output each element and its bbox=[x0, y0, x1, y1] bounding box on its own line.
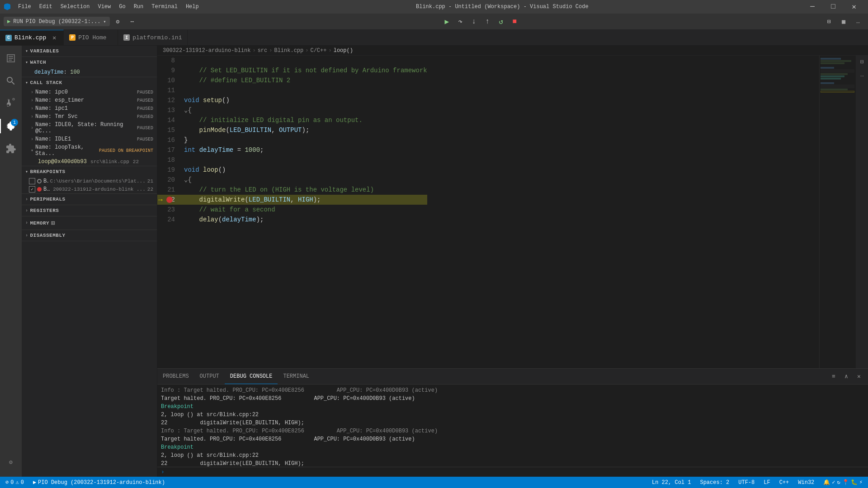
bc-src[interactable]: src bbox=[258, 47, 268, 54]
more-button[interactable]: ⋯ bbox=[126, 15, 139, 28]
call-stack-item[interactable]: ▾Name: loopTask, Sta...PAUSED ON BREAKPO… bbox=[22, 143, 157, 158]
status-language[interactable]: C++ bbox=[778, 479, 791, 486]
code-cell[interactable] bbox=[182, 85, 427, 95]
peripherals-header[interactable]: › PERIPHERALS bbox=[22, 194, 157, 205]
code-cell[interactable]: pinMode(LED_BUILTIN, OUTPUT); bbox=[182, 125, 427, 135]
code-lines-area[interactable]: 89 // Set LED_BUILTIN if it is not defin… bbox=[157, 56, 819, 368]
call-stack-header[interactable]: ▾ CALL STACK bbox=[22, 77, 157, 88]
split-right-button[interactable]: ⊟ bbox=[856, 56, 868, 68]
status-line-col[interactable]: Ln 22, Col 1 bbox=[650, 479, 693, 486]
terminal-input[interactable] bbox=[166, 469, 864, 475]
menu-go[interactable]: Go bbox=[115, 2, 129, 12]
code-cell[interactable]: // #define LED_BUILTIN 2 bbox=[182, 75, 427, 85]
more-actions-button[interactable]: … bbox=[852, 15, 864, 28]
more-editor-button[interactable]: … bbox=[856, 68, 868, 81]
disassembly-label: DISASSEMBLY bbox=[30, 233, 66, 238]
tab-output[interactable]: OUTPUT bbox=[194, 369, 225, 384]
menu-view[interactable]: View bbox=[94, 2, 114, 12]
tab-problems[interactable]: PROBLEMS bbox=[157, 369, 194, 384]
status-icons-right[interactable]: 🔔 ✓ ↻ 📍 🐛 ⚡ bbox=[821, 479, 864, 486]
code-cell[interactable]: // Set LED_BUILTIN if it is not defined … bbox=[182, 66, 427, 75]
menu-help[interactable]: Help bbox=[182, 2, 203, 12]
status-encoding[interactable]: UTF-8 bbox=[736, 479, 756, 486]
menu-terminal[interactable]: Terminal bbox=[148, 2, 181, 12]
restart-button[interactable]: ↺ bbox=[495, 15, 507, 28]
settings-button[interactable]: ⚙ bbox=[112, 15, 124, 28]
watch-header[interactable]: ▾ WATCH bbox=[22, 57, 157, 68]
explorer-icon[interactable] bbox=[0, 47, 22, 69]
code-cell[interactable]: } bbox=[182, 135, 427, 145]
code-cell[interactable]: // wait for a second bbox=[182, 205, 427, 215]
menu-run[interactable]: Run bbox=[130, 2, 147, 12]
stop-button[interactable]: ■ bbox=[508, 15, 521, 28]
code-cell[interactable]: int delayTime = 1000; bbox=[182, 145, 427, 155]
memory-section: › MEMORY ⊞ bbox=[22, 216, 157, 230]
step-into-button[interactable]: ↓ bbox=[467, 15, 480, 28]
split-editor-button[interactable]: ⊟ bbox=[823, 15, 835, 28]
breakpoint-item[interactable]: Blink.cpp C:\Users\Brian\Documents\Plat.… bbox=[22, 177, 157, 185]
tab-close-blink[interactable]: ✕ bbox=[51, 34, 58, 42]
code-cell[interactable]: void loop() bbox=[182, 165, 427, 175]
step-out-button[interactable]: ↑ bbox=[481, 15, 494, 28]
menu-selection[interactable]: Selection bbox=[57, 2, 94, 12]
continue-button[interactable]: ▶ bbox=[440, 15, 453, 28]
code-cell[interactable]: delay(delayTime); bbox=[182, 215, 427, 225]
bc-file[interactable]: Blink.cpp bbox=[274, 47, 303, 54]
bp-checkbox[interactable] bbox=[29, 178, 35, 184]
bp-dot-icon bbox=[37, 179, 42, 183]
call-stack-item[interactable]: ›Name: ipc0PAUSED bbox=[22, 88, 157, 96]
code-cell[interactable]: digitalWrite(LED_BUILTIN, HIGH); bbox=[182, 195, 427, 205]
step-over-button[interactable]: ↷ bbox=[454, 15, 467, 28]
code-cell[interactable] bbox=[182, 155, 427, 165]
memory-header[interactable]: › MEMORY ⊞ bbox=[22, 216, 157, 230]
tab-debug-console[interactable]: DEBUG CONSOLE bbox=[225, 369, 278, 384]
tab-pio-home[interactable]: P PIO Home bbox=[64, 30, 118, 45]
status-debug-name[interactable]: ▶ PIO Debug (200322-131912-arduino-blink… bbox=[31, 479, 167, 486]
panel-maximize-icon[interactable]: ∧ bbox=[841, 371, 852, 382]
minimize-button[interactable]: ─ bbox=[802, 0, 823, 14]
settings-icon[interactable]: ⚙ bbox=[0, 451, 22, 473]
search-icon[interactable] bbox=[0, 70, 22, 92]
maximize-button[interactable]: □ bbox=[823, 0, 844, 14]
breakpoint-item[interactable]: ✓ Blink.cpp 200322-131912-arduino-blink … bbox=[22, 185, 157, 193]
run-debug-button[interactable]: ▶ RUN PIO Debug (200322-1:... ▾ bbox=[4, 17, 110, 26]
call-stack-item[interactable]: ›Name: IDLE1PAUSED bbox=[22, 135, 157, 143]
registers-header[interactable]: › REGISTERS bbox=[22, 205, 157, 216]
status-line-ending[interactable]: LF bbox=[762, 479, 772, 486]
menu-file[interactable]: File bbox=[14, 2, 35, 12]
status-spaces[interactable]: Spaces: 2 bbox=[698, 479, 731, 486]
source-control-icon[interactable] bbox=[0, 93, 22, 114]
call-stack-item[interactable]: ›Name: esp_timerPAUSED bbox=[22, 96, 157, 104]
menu-edit[interactable]: Edit bbox=[36, 2, 56, 12]
extensions-icon[interactable] bbox=[0, 138, 22, 160]
code-cell[interactable] bbox=[182, 56, 427, 66]
tab-terminal[interactable]: TERMINAL bbox=[278, 369, 315, 384]
call-stack-sub-item[interactable]: loop@0x400d0b93src\Blink.cpp22 bbox=[22, 158, 157, 166]
panel-close-icon[interactable]: ✕ bbox=[854, 371, 864, 382]
status-errors[interactable]: ⊘ 0 ⚠ 0 bbox=[4, 479, 26, 486]
call-stack-item[interactable]: ›Name: Tmr SvcPAUSED bbox=[22, 113, 157, 121]
disassembly-header[interactable]: › DISASSEMBLY bbox=[22, 230, 157, 241]
bp-checkbox[interactable]: ✓ bbox=[29, 186, 35, 192]
code-cell[interactable]: void setup() bbox=[182, 95, 427, 105]
bc-lang[interactable]: C/C++ bbox=[310, 47, 326, 54]
panel-menu-icon[interactable]: ≡ bbox=[828, 371, 839, 382]
bc-workspace[interactable]: 300322-131912-arduino-blink bbox=[163, 47, 250, 54]
code-cell[interactable]: ⌄{ bbox=[182, 175, 427, 185]
panel-tabs: PROBLEMS OUTPUT DEBUG CONSOLE TERMINAL ≡… bbox=[157, 369, 868, 385]
breakpoints-header[interactable]: ▾ BREAKPOINTS bbox=[22, 166, 157, 177]
debug-icon[interactable]: 1 bbox=[0, 115, 22, 137]
layout-button[interactable]: ▦ bbox=[837, 15, 850, 28]
code-cell[interactable]: ⌄{ bbox=[182, 105, 427, 115]
tab-blink-cpp[interactable]: C Blink.cpp ✕ bbox=[0, 30, 64, 45]
chevron-down-icon: ▾ bbox=[103, 19, 106, 24]
call-stack-item[interactable]: ›Name: IDLE0, State: Running @C...PAUSED bbox=[22, 121, 157, 135]
tab-platformio-ini[interactable]: I platformio.ini bbox=[118, 30, 188, 45]
status-platform[interactable]: Win32 bbox=[796, 479, 816, 486]
code-cell[interactable]: // initialize LED digital pin as an outp… bbox=[182, 115, 427, 125]
call-stack-item[interactable]: ›Name: ipc1PAUSED bbox=[22, 104, 157, 113]
bc-symbol[interactable]: loop() bbox=[334, 47, 353, 54]
close-button[interactable]: ✕ bbox=[844, 0, 864, 14]
variables-header[interactable]: ▾ VARIABLES bbox=[22, 46, 157, 56]
code-cell[interactable]: // turn the LED on (HIGH is the voltage … bbox=[182, 185, 427, 195]
